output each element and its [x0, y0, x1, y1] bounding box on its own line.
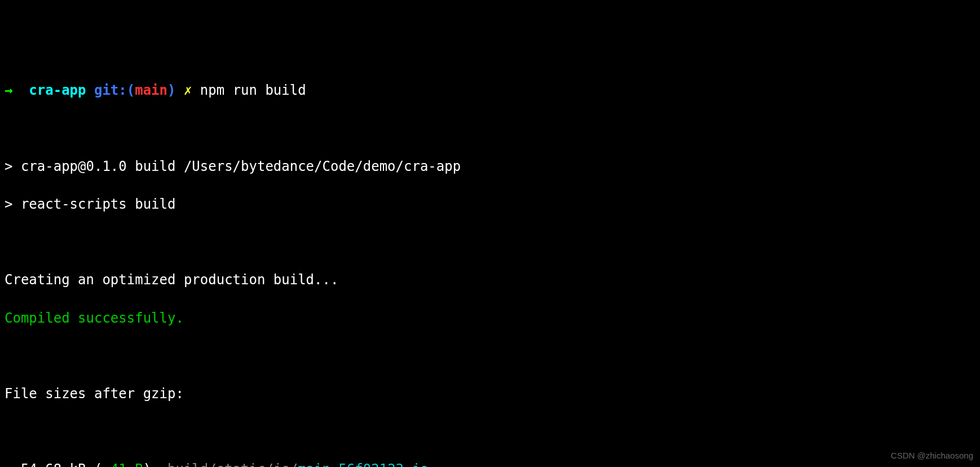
file-size-row: 54.68 kB (-41 B) build/static/js/main.56… — [5, 460, 975, 467]
file-name: main.56f02123.js — [298, 461, 428, 467]
git-prefix: git:( — [94, 82, 135, 98]
command-text[interactable]: npm run build — [200, 82, 306, 98]
gzip-header: File sizes after gzip: — [5, 385, 975, 404]
script-output-line: > react-scripts build — [5, 195, 975, 214]
file-size-delta: -41 B — [102, 461, 143, 467]
prompt-line: → cra-app git:(main) ✗ npm run build — [5, 81, 975, 100]
watermark: CSDN @zhichaosong — [891, 450, 973, 461]
blank-line — [5, 347, 975, 366]
prompt-symbol: ✗ — [184, 82, 192, 98]
file-path: build/static/js/ — [167, 461, 298, 467]
file-size: 54.68 kB — [21, 461, 86, 467]
git-branch: main — [135, 82, 167, 98]
script-output-line: > cra-app@0.1.0 build /Users/bytedance/C… — [5, 157, 975, 177]
prompt-dir: cra-app — [29, 82, 86, 98]
blank-line — [5, 233, 975, 252]
status-compiled: Compiled successfully. — [5, 309, 975, 328]
prompt-arrow: → — [5, 82, 12, 98]
blank-line — [5, 120, 975, 139]
git-suffix: ) — [167, 82, 175, 98]
blank-line — [5, 422, 975, 442]
status-creating: Creating an optimized production build..… — [5, 271, 975, 290]
